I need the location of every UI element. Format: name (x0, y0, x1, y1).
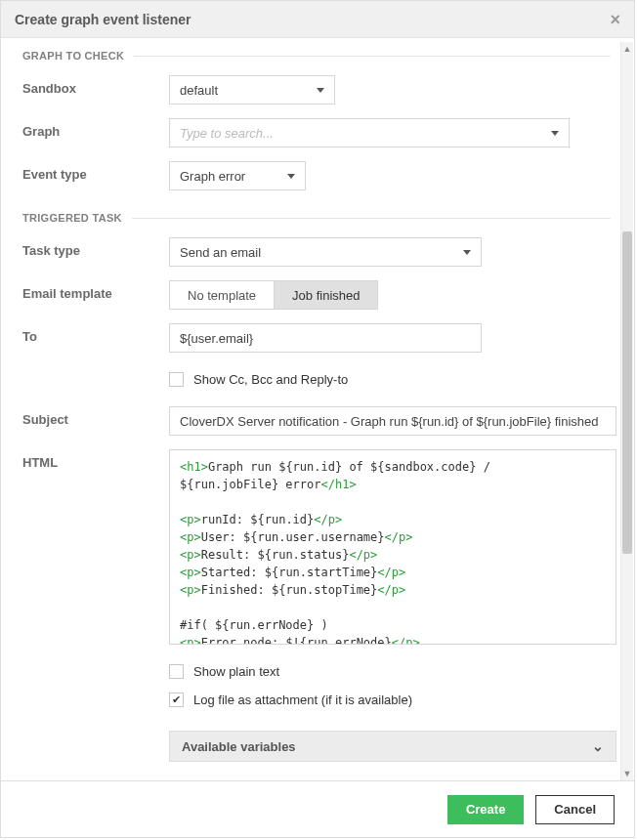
divider (132, 218, 611, 219)
label-task-type: Task type (22, 237, 169, 258)
dialog-scrollbar[interactable]: ▲ ▼ (620, 42, 633, 780)
chevron-down-icon (287, 174, 295, 179)
chevron-down-icon (463, 250, 471, 255)
available-variables-label: Available variables (182, 739, 296, 754)
log-attachment-label: Log file as attachment (if it is availab… (193, 693, 412, 707)
graph-search-input[interactable] (180, 120, 551, 146)
show-cc-bcc-label: Show Cc, Bcc and Reply-to (193, 372, 348, 387)
graph-combobox[interactable] (169, 118, 570, 147)
label-event-type: Event type (22, 161, 169, 182)
template-option-job-finished[interactable]: Job finished (275, 280, 378, 310)
scroll-track[interactable] (621, 56, 633, 767)
dialog: Create graph event listener × GRAPH TO C… (0, 0, 635, 838)
label-graph: Graph (22, 118, 169, 139)
scroll-area: GRAPH TO CHECK Sandbox default Graph (1, 38, 618, 780)
scroll-up-icon[interactable]: ▲ (621, 42, 633, 56)
available-variables-accordion[interactable]: Available variables ⌄ (169, 731, 616, 762)
cancel-button[interactable]: Cancel (535, 795, 615, 824)
dialog-header: Create graph event listener × (1, 1, 634, 38)
event-type-select[interactable]: Graph error (169, 161, 306, 190)
divider (134, 56, 611, 57)
html-editor[interactable]: <h1>Graph run ${run.id} of ${sandbox.cod… (169, 449, 616, 645)
template-option-no-template[interactable]: No template (169, 280, 275, 310)
show-plain-text-checkbox[interactable] (169, 664, 184, 679)
dialog-title: Create graph event listener (15, 12, 191, 27)
section-graph-to-check: GRAPH TO CHECK (22, 50, 611, 62)
dialog-body: GRAPH TO CHECK Sandbox default Graph (1, 38, 634, 780)
label-sandbox: Sandbox (22, 75, 169, 96)
sandbox-select[interactable]: default (169, 75, 335, 105)
section-triggered-task: TRIGGERED TASK (22, 212, 611, 224)
log-attachment-checkbox[interactable]: ✔ (169, 693, 184, 707)
scroll-thumb[interactable] (622, 231, 632, 554)
task-type-value: Send an email (180, 245, 261, 260)
chevron-down-icon (317, 88, 324, 93)
show-plain-text-label: Show plain text (193, 664, 279, 679)
subject-input[interactable] (169, 406, 616, 436)
event-type-value: Graph error (180, 169, 245, 184)
email-template-segmented: No template Job finished (169, 280, 378, 310)
dialog-footer: Create Cancel (1, 780, 634, 837)
chevron-down-icon (551, 131, 559, 136)
chevron-down-icon: ⌄ (592, 738, 604, 754)
label-email-template: Email template (22, 280, 169, 301)
label-html: HTML (22, 449, 169, 470)
label-to: To (22, 323, 169, 344)
section-label: GRAPH TO CHECK (22, 50, 124, 62)
label-subject: Subject (22, 406, 169, 427)
close-icon[interactable]: × (610, 11, 620, 28)
to-input[interactable] (169, 323, 482, 353)
show-cc-bcc-checkbox[interactable] (169, 372, 184, 387)
create-button[interactable]: Create (447, 795, 524, 824)
scroll-down-icon[interactable]: ▼ (621, 767, 633, 780)
sandbox-value: default (180, 83, 218, 98)
task-type-select[interactable]: Send an email (169, 237, 482, 267)
section-label: TRIGGERED TASK (22, 212, 122, 224)
